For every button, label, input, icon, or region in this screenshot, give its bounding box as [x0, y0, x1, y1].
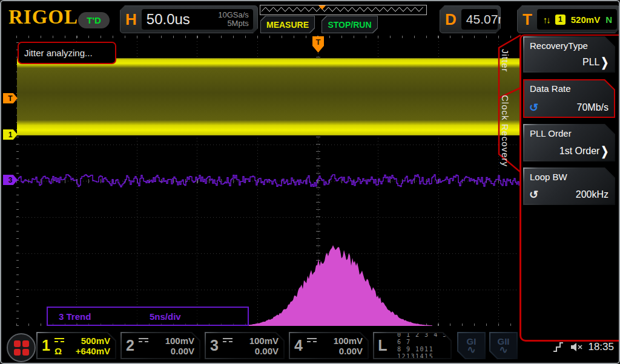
oscilloscope-screen: RIGOL T'D H 50.0us 10GSa/s 5Mpts MEASURE…: [0, 0, 620, 364]
horizontal-timebase-block[interactable]: H 50.0us 10GSa/s 5Mpts: [120, 5, 258, 33]
tab-clock-recovery[interactable]: Clock Recovery: [500, 95, 510, 167]
logic-channels-box[interactable]: L 0 1 2 3 4 5 6 7 8 9 1011 12131415: [373, 332, 452, 359]
channel-number: 3: [206, 333, 223, 358]
trigger-block[interactable]: T ↑↓ 1 520mV N: [517, 5, 620, 33]
measure-button-label: MEASURE: [261, 16, 314, 33]
channel1-box[interactable]: 1 500mV Ω+640mV: [36, 332, 116, 359]
preview-zigzag: [262, 7, 423, 11]
chevron-right-icon: ❯: [601, 144, 608, 158]
jitter-histogram: [245, 245, 432, 326]
measure-button[interactable]: MEASURE: [260, 16, 315, 33]
rigol-logo: RIGOL: [8, 6, 78, 28]
trend-trace: [18, 175, 519, 187]
channel-scale: 100mV: [165, 336, 194, 346]
tab-jitter[interactable]: Jitter: [500, 49, 510, 73]
edge-step-icon: [552, 340, 565, 354]
trigger-noise-flag: N: [605, 15, 612, 25]
channel-number: 1: [38, 333, 54, 358]
menu-item-recovery-type[interactable]: RecoveryType PLL❯: [523, 36, 615, 73]
stop-run-button-label: STOP/RUN: [322, 16, 377, 33]
channel-number: 4: [290, 333, 307, 358]
logic-row-0-7: 0 1 2 3 4 5 6 7: [397, 331, 448, 346]
timebase-display: 50.0us 10GSa/s 5Mpts: [142, 9, 253, 30]
dc-coupling-icon: [139, 338, 148, 343]
logic-row-8-15: 8 9 1011 12131415: [397, 346, 448, 360]
menu-item-data-rate[interactable]: Data Rate ↺ 70Mb/s: [523, 79, 615, 118]
trigger-edge-arrows-icon: ↑↓: [543, 15, 550, 25]
gen2-box[interactable]: GII ∿: [489, 332, 518, 359]
sample-rate: 10GSa/s: [218, 11, 249, 19]
channel2-box[interactable]: 2 100mV 0.00V: [120, 332, 200, 359]
status-message-box: Jitter analyzing...: [18, 42, 116, 64]
impedance-label: Ω: [54, 346, 62, 356]
channel-scale: 500mV: [81, 336, 110, 346]
multifunction-knob-icon: ↺: [529, 102, 538, 113]
speaker-muted-icon[interactable]: [570, 342, 583, 353]
channel-offset: 0.00V: [171, 346, 194, 356]
main-menu-button[interactable]: [7, 333, 36, 362]
sine-wave-icon: ∿: [467, 346, 475, 354]
channel-scale: 100mV: [249, 336, 279, 346]
trend-scale-label: 5ns/div: [150, 311, 181, 322]
h-label: H: [120, 10, 142, 29]
trigger-display: ↑↓ 1 520mV N: [537, 9, 617, 30]
system-clock: 18:35: [588, 341, 614, 353]
logic-label: L: [374, 333, 391, 358]
menu-item-label: Data Rate: [530, 83, 571, 94]
menu-item-value: PLL: [582, 57, 599, 68]
trend-channel-label: 3 Trend: [59, 311, 150, 322]
trigger-status-badge: T'D: [78, 12, 110, 28]
delay-block[interactable]: D 45.07ns: [440, 5, 501, 33]
t-label: T: [518, 10, 537, 29]
channel-offset: 0.00V: [255, 346, 279, 356]
sine-wave-icon: ∿: [499, 346, 507, 354]
channel-scale: 100mV: [334, 336, 363, 346]
delay-value: 45.07ns: [461, 12, 512, 27]
trigger-source-badge: 1: [555, 15, 566, 25]
trend-label-box: 3 Trend 5ns/div: [47, 307, 249, 326]
channel3-box[interactable]: 3 100mV 0.00V: [205, 332, 285, 359]
dc-coupling-icon: [54, 338, 64, 343]
delay-display: 45.07ns: [461, 9, 498, 30]
ch1-waveform-band: [17, 58, 519, 135]
menu-item-label: RecoveryType: [530, 41, 588, 51]
memory-depth: 5Mpts: [218, 19, 249, 28]
waveform-preview-strip[interactable]: [260, 5, 427, 15]
menu-tabs: Jitter Clock Recovery: [498, 34, 519, 204]
menu-item-value: 70Mb/s: [577, 102, 608, 113]
menu-item-label: PLL Order: [530, 128, 572, 138]
trigger-level-value: 520mV: [571, 15, 600, 25]
gen1-box[interactable]: GI ∿: [457, 332, 486, 359]
multifunction-knob-icon: ↺: [529, 189, 538, 200]
d-label: D: [440, 10, 461, 29]
channel4-box[interactable]: 4 100mV 0.00V: [289, 332, 369, 359]
channel-number: 2: [122, 333, 139, 358]
menu-item-loop-bw[interactable]: Loop BW ↺ 200kHz: [523, 167, 615, 205]
top-bar: RIGOL T'D H 50.0us 10GSa/s 5Mpts MEASURE…: [1, 1, 619, 35]
menu-grid-icon: [14, 340, 29, 356]
stop-run-button[interactable]: STOP/RUN: [322, 16, 378, 33]
channel-offset: +640mV: [76, 346, 110, 356]
trigger-position-indicator-icon: [318, 5, 326, 10]
dc-coupling-icon: [223, 338, 232, 343]
dc-coupling-icon: [307, 338, 317, 343]
channel-offset: 0.00V: [339, 346, 363, 356]
menu-item-value: 200kHz: [576, 189, 608, 200]
timebase-value: 50.0us: [142, 11, 218, 28]
chevron-right-icon: ❯: [601, 55, 608, 70]
menu-item-value: 1st Order: [559, 146, 600, 157]
menu-item-pll-order[interactable]: PLL Order 1st Order❯: [523, 124, 615, 161]
menu-item-label: Loop BW: [530, 172, 567, 182]
acquisition-info: 10GSa/s 5Mpts: [218, 11, 253, 28]
